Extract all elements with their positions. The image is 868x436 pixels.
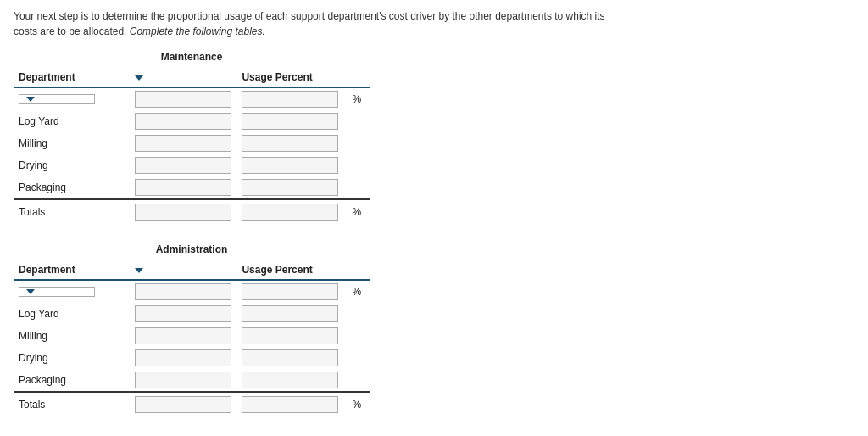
maintenance-totals-pct: % [348,206,361,218]
administration-totals-val1-input[interactable] [135,396,231,413]
administration-milling-label: Milling [19,330,47,342]
maintenance-dept-dropdown-arrow [26,97,35,102]
administration-milling-val2-input[interactable] [242,327,338,344]
maintenance-packaging-val2-input[interactable] [242,179,338,196]
administration-drying-row: Drying [14,347,370,369]
maintenance-drying-label: Drying [19,159,48,171]
maintenance-pct-header [343,68,370,87]
maintenance-logyard-val2-input[interactable] [242,113,338,130]
administration-logyard-label: Log Yard [19,308,59,320]
maintenance-logyard-row: Log Yard [14,110,370,132]
maintenance-totals-val1-input[interactable] [135,204,231,221]
administration-drying-val1-input[interactable] [135,349,231,366]
administration-packaging-row: Packaging [14,369,370,392]
maintenance-totals-val2-input[interactable] [242,204,338,221]
maintenance-table: Department Usage Percent [14,68,370,223]
maintenance-drying-val1-input[interactable] [135,157,231,174]
administration-packaging-val1-input[interactable] [135,372,231,388]
maintenance-milling-val2-input[interactable] [242,135,338,152]
administration-section: Administration Department Usage Percent [14,243,370,416]
administration-logyard-row: Log Yard [14,303,370,325]
administration-drying-val2-input[interactable] [242,349,338,366]
maintenance-packaging-row: Packaging [14,176,370,199]
administration-totals-row: Totals % [14,392,370,416]
maintenance-logyard-label: Log Yard [19,115,59,127]
administration-dept-dropdown-button[interactable] [19,287,95,297]
maintenance-milling-row: Milling [14,132,370,154]
administration-dropdown-val1-input[interactable] [135,283,231,300]
maintenance-val1-header [130,68,236,87]
administration-table: Department Usage Percent [14,260,370,416]
administration-milling-row: Milling [14,325,370,347]
administration-dept-header: Department [14,260,130,280]
maintenance-totals-label: Totals [19,206,45,218]
maintenance-drying-val2-input[interactable] [242,157,338,174]
maintenance-logyard-val1-input[interactable] [135,113,231,130]
administration-totals-val2-input[interactable] [242,396,338,413]
maintenance-dept-dropdown-button[interactable] [19,94,95,104]
administration-logyard-val2-input[interactable] [242,305,338,322]
maintenance-header-dropdown-arrow [135,75,143,81]
administration-dropdown-row: % [14,280,370,303]
intro-text: Your next step is to determine the propo… [14,8,624,39]
maintenance-milling-val1-input[interactable] [135,135,231,152]
administration-dept-dropdown-arrow [26,289,35,294]
administration-dropdown-pct: % [348,286,361,298]
maintenance-section: Maintenance Department Usage Percent [14,51,370,223]
administration-totals-label: Totals [19,399,45,411]
maintenance-dept-dropdown[interactable] [19,94,125,104]
maintenance-packaging-val1-input[interactable] [135,179,231,196]
administration-usage-header: Usage Percent [236,260,343,280]
administration-title: Administration [14,243,370,255]
maintenance-drying-row: Drying [14,154,370,176]
maintenance-totals-row: Totals % [14,199,370,223]
administration-drying-label: Drying [19,352,48,364]
maintenance-dropdown-pct: % [348,93,361,105]
maintenance-usage-header: Usage Percent [236,68,343,87]
maintenance-title: Maintenance [14,51,370,63]
administration-dept-dropdown[interactable] [19,287,125,297]
administration-totals-pct: % [348,399,361,411]
administration-logyard-val1-input[interactable] [135,305,231,322]
maintenance-packaging-label: Packaging [19,182,66,193]
maintenance-dept-header: Department [14,68,130,87]
administration-packaging-label: Packaging [19,374,66,386]
maintenance-dropdown-row: % [14,87,370,110]
administration-val1-header [130,260,236,280]
maintenance-dropdown-val1-input[interactable] [135,91,231,108]
administration-pct-header [343,260,370,280]
administration-dropdown-val2-input[interactable] [242,283,338,300]
maintenance-dropdown-val2-input[interactable] [242,91,338,108]
administration-header-dropdown-arrow [135,268,143,273]
maintenance-milling-label: Milling [19,137,47,149]
administration-packaging-val2-input[interactable] [242,372,338,388]
administration-milling-val1-input[interactable] [135,327,231,344]
